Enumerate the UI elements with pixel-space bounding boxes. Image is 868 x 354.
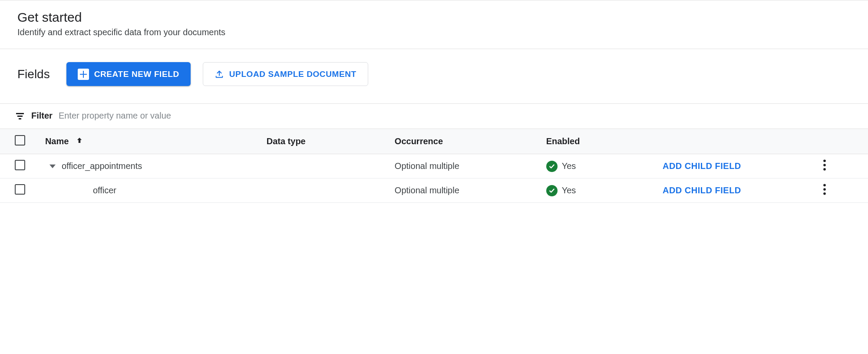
row-menu-icon[interactable] bbox=[823, 184, 826, 195]
filter-icon bbox=[15, 111, 25, 121]
svg-rect-1 bbox=[17, 116, 23, 117]
table-header-row: Name Data type Occurrence Enabled bbox=[0, 129, 868, 154]
field-enabled-value: Yes bbox=[562, 185, 576, 195]
filter-label: Filter bbox=[31, 111, 53, 121]
field-occurrence: Optional multiple bbox=[390, 154, 542, 179]
field-datatype bbox=[262, 154, 390, 179]
row-checkbox[interactable] bbox=[15, 160, 25, 170]
add-child-field-button[interactable]: ADD CHILD FIELD bbox=[663, 161, 741, 171]
column-header-enabled[interactable]: Enabled bbox=[542, 129, 658, 154]
column-header-name-label: Name bbox=[45, 136, 69, 146]
table-row: officer_appointmentsOptional multipleYes… bbox=[0, 154, 868, 179]
create-new-field-label: Create New Field bbox=[94, 69, 179, 79]
plus-icon bbox=[78, 69, 89, 80]
field-enabled-value: Yes bbox=[562, 161, 576, 171]
svg-point-4 bbox=[823, 164, 826, 166]
svg-rect-0 bbox=[16, 113, 24, 114]
filter-bar: Filter bbox=[0, 103, 868, 129]
page-title: Get started bbox=[17, 10, 851, 25]
upload-sample-document-button[interactable]: Upload Sample Document bbox=[203, 62, 368, 86]
row-menu-icon[interactable] bbox=[823, 159, 826, 171]
sort-ascending-icon bbox=[76, 136, 83, 146]
select-all-checkbox[interactable] bbox=[15, 135, 25, 146]
column-header-datatype[interactable]: Data type bbox=[262, 129, 390, 154]
create-new-field-button[interactable]: Create New Field bbox=[66, 62, 191, 86]
get-started-header: Get started Identify and extract specifi… bbox=[0, 0, 868, 49]
fields-section-label: Fields bbox=[17, 67, 50, 81]
upload-icon bbox=[215, 69, 224, 79]
filter-input[interactable] bbox=[59, 108, 853, 123]
expand-toggle-icon[interactable] bbox=[50, 163, 57, 169]
upload-sample-document-label: Upload Sample Document bbox=[229, 69, 356, 79]
svg-point-5 bbox=[823, 168, 826, 171]
column-header-occurrence[interactable]: Occurrence bbox=[390, 129, 542, 154]
row-checkbox[interactable] bbox=[15, 184, 25, 195]
column-header-name[interactable]: Name bbox=[41, 129, 262, 154]
add-child-field-button[interactable]: ADD CHILD FIELD bbox=[663, 185, 741, 195]
field-name: officer_appointments bbox=[62, 161, 142, 171]
page-subtitle: Identify and extract specific data from … bbox=[17, 27, 851, 37]
svg-point-6 bbox=[823, 184, 826, 186]
table-row: officerOptional multipleYesADD CHILD FIE… bbox=[0, 179, 868, 203]
field-occurrence: Optional multiple bbox=[390, 179, 542, 203]
svg-rect-2 bbox=[19, 118, 21, 119]
svg-point-3 bbox=[823, 159, 826, 162]
check-circle-icon bbox=[546, 161, 558, 172]
check-circle-icon bbox=[546, 185, 558, 196]
svg-point-7 bbox=[823, 188, 826, 191]
fields-toolbar: Fields Create New Field Upload Sample Do… bbox=[0, 49, 868, 103]
field-datatype bbox=[262, 179, 390, 203]
fields-table: Name Data type Occurrence Enabled office… bbox=[0, 129, 868, 203]
field-name: officer bbox=[93, 185, 116, 195]
svg-point-8 bbox=[823, 192, 826, 195]
